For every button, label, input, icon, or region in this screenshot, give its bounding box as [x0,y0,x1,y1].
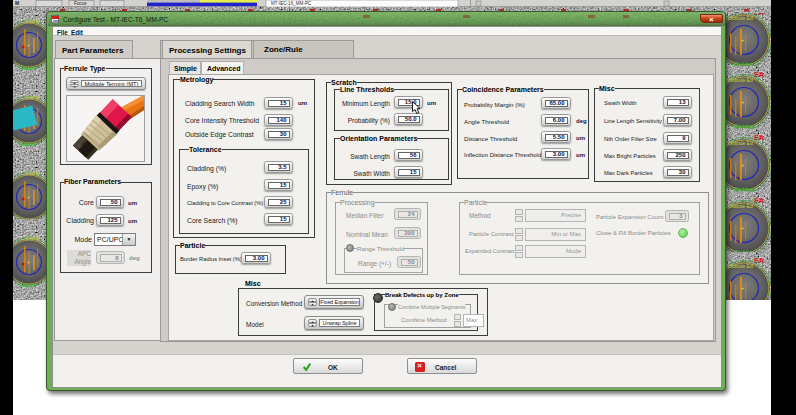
svg-text:Focus: Focus [74,1,87,6]
svg-text:MT-IEC-16_MM-PC: MT-IEC-16_MM-PC [271,1,312,6]
svg-text:M: M [15,0,19,6]
